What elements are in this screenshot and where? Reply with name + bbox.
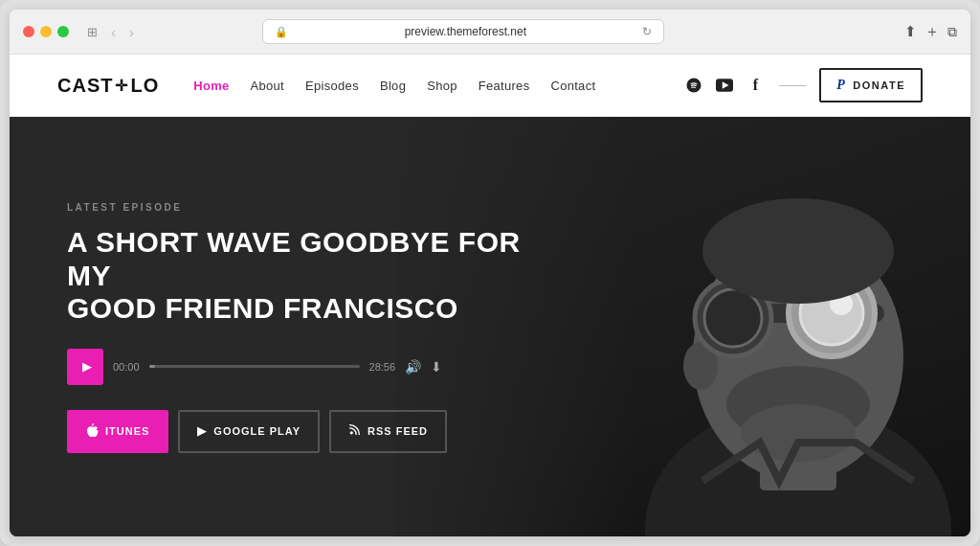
- browser-window: ⊞ ‹ › 🔒 preview.themeforest.net ↻ ⬆ ＋ ⧉: [0, 0, 980, 546]
- tabs-overview-btn[interactable]: ⧉: [947, 24, 957, 40]
- audio-player: ▶ 00:00 28:56 🔊 ⬇: [67, 349, 526, 385]
- refresh-icon[interactable]: ↻: [642, 25, 652, 38]
- back-btn[interactable]: ‹: [106, 22, 121, 42]
- lock-icon: 🔒: [275, 26, 288, 38]
- rss-feed-button[interactable]: RSS FEED: [329, 410, 447, 453]
- play-icon: ▶: [82, 359, 92, 374]
- episode-label: LATEST EPISODE: [67, 202, 526, 213]
- address-bar[interactable]: 🔒 preview.themeforest.net ↻: [262, 19, 664, 44]
- hero-title-line2: GOOD FRIEND FRANCISCO: [67, 292, 526, 326]
- traffic-light-green[interactable]: [57, 26, 69, 37]
- new-tab-btn[interactable]: ＋: [924, 22, 940, 42]
- progress-bar[interactable]: [149, 365, 360, 368]
- forward-btn[interactable]: ›: [124, 22, 139, 42]
- facebook-icon[interactable]: f: [745, 75, 766, 96]
- google-play-button[interactable]: ▶ GOOGLE PLAY: [178, 410, 320, 453]
- nav-divider: [779, 85, 806, 86]
- traffic-light-yellow[interactable]: [40, 26, 52, 37]
- google-play-label: GOOGLE PLAY: [213, 425, 301, 437]
- share-btn[interactable]: ⬆: [904, 23, 917, 40]
- svg-point-15: [702, 198, 894, 304]
- hero-title: A SHORT WAVE GOODBYE FOR MY GOOD FRIEND …: [67, 226, 526, 326]
- traffic-light-red[interactable]: [23, 26, 34, 37]
- traffic-lights: [23, 26, 69, 37]
- play-button[interactable]: ▶: [67, 349, 103, 385]
- cta-buttons: ITUNES ▶ GOOGLE PLAY RSS FEED: [67, 410, 526, 453]
- logo-cast: CAST: [57, 75, 113, 97]
- download-icon[interactable]: ⬇: [431, 359, 442, 375]
- social-icons: f P DONATE: [683, 68, 923, 102]
- apple-icon: [86, 423, 99, 440]
- google-play-icon: ▶: [197, 424, 207, 438]
- nav-shop[interactable]: Shop: [427, 79, 457, 93]
- nav-features[interactable]: Features: [479, 79, 530, 93]
- browser-nav-controls: ⊞ ‹ ›: [82, 22, 139, 42]
- browser-titlebar: ⊞ ‹ › 🔒 preview.themeforest.net ↻ ⬆ ＋ ⧉: [10, 10, 970, 55]
- itunes-button[interactable]: ITUNES: [67, 410, 168, 453]
- volume-icon[interactable]: 🔊: [405, 359, 421, 375]
- site-nav: CAST ✛ LO Home About Episodes Blog Shop …: [10, 55, 970, 117]
- website-content: CAST ✛ LO Home About Episodes Blog Shop …: [10, 55, 970, 536]
- hero-title-line1: A SHORT WAVE GOODBYE FOR MY: [67, 226, 526, 292]
- browser-chrome: ⊞ ‹ › 🔒 preview.themeforest.net ↻ ⬆ ＋ ⧉: [10, 10, 970, 536]
- browser-actions: ⬆ ＋ ⧉: [904, 22, 957, 42]
- svg-point-16: [350, 431, 353, 434]
- url-text: preview.themeforest.net: [294, 25, 636, 38]
- nav-episodes[interactable]: Episodes: [305, 79, 359, 93]
- nav-blog[interactable]: Blog: [380, 79, 406, 93]
- donate-button[interactable]: P DONATE: [819, 68, 923, 102]
- time-start: 00:00: [113, 361, 140, 373]
- hero-content: LATEST EPISODE A SHORT WAVE GOODBYE FOR …: [67, 117, 526, 536]
- time-end: 28:56: [369, 361, 396, 373]
- nav-home[interactable]: Home: [193, 79, 229, 93]
- rss-icon: [348, 423, 361, 439]
- person-illustration: [588, 117, 970, 536]
- youtube-icon[interactable]: [714, 75, 735, 96]
- logo-lo: LO: [130, 75, 159, 97]
- spotify-icon[interactable]: [683, 75, 704, 96]
- rss-feed-label: RSS FEED: [368, 425, 428, 437]
- svg-point-8: [741, 404, 856, 462]
- nav-contact[interactable]: Contact: [550, 79, 595, 93]
- progress-fill: [149, 365, 156, 368]
- site-logo[interactable]: CAST ✛ LO: [57, 75, 159, 97]
- nav-about[interactable]: About: [251, 79, 284, 93]
- logo-separator: ✛: [115, 77, 128, 95]
- itunes-label: ITUNES: [105, 425, 149, 437]
- nav-links: Home About Episodes Blog Shop Features C…: [193, 77, 683, 94]
- hero-section: LATEST EPISODE A SHORT WAVE GOODBYE FOR …: [10, 117, 970, 536]
- sidebar-toggle-btn[interactable]: ⊞: [82, 23, 102, 41]
- svg-point-11: [704, 289, 762, 347]
